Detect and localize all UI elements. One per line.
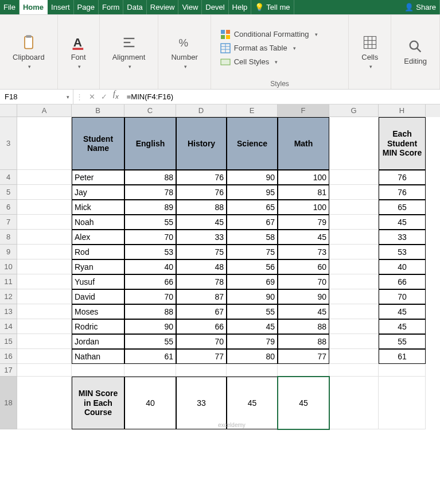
header-math[interactable]: Math <box>278 117 329 170</box>
cell-his-5[interactable]: 76 <box>176 185 227 200</box>
cell-his-13[interactable]: 67 <box>176 304 227 319</box>
cell-A9[interactable] <box>17 245 72 259</box>
name-box[interactable]: F18 <box>0 90 73 104</box>
row-header-4[interactable]: 4 <box>0 170 17 185</box>
cell-math-4[interactable]: 100 <box>278 170 329 185</box>
cell-name-9[interactable]: Rod <box>72 245 124 259</box>
cell-min-14[interactable]: 45 <box>379 319 426 334</box>
cell-G8[interactable] <box>329 230 379 245</box>
cell-eng-16[interactable]: 61 <box>124 349 176 364</box>
format-as-table-button[interactable]: Format as Table▾ <box>218 41 298 55</box>
cell-his-16[interactable]: 77 <box>176 349 227 364</box>
cell-eng-10[interactable]: 40 <box>124 259 176 274</box>
cell-sci-8[interactable]: 58 <box>227 230 278 245</box>
cell-eng-13[interactable]: 88 <box>124 304 176 319</box>
cell-math-14[interactable]: 88 <box>278 319 329 334</box>
cell-name-15[interactable]: Jordan <box>72 334 124 349</box>
select-all-corner[interactable] <box>0 104 17 117</box>
paste-button[interactable]: Clipboard ▾ <box>7 32 50 72</box>
cell-math-11[interactable]: 70 <box>278 274 329 289</box>
header-history[interactable]: History <box>176 117 227 170</box>
col-header-D[interactable]: D <box>176 104 227 117</box>
header-student-name[interactable]: Student Name <box>72 117 124 170</box>
share-button[interactable]: 👤 Share <box>401 0 440 14</box>
col-header-A[interactable]: A <box>17 104 72 117</box>
cell-A10[interactable] <box>17 259 72 274</box>
header-science[interactable]: Science <box>227 117 278 170</box>
row-header-10[interactable]: 10 <box>0 259 17 274</box>
cell-E17[interactable] <box>227 364 278 377</box>
cell-eng-15[interactable]: 55 <box>124 334 176 349</box>
col-header-H[interactable]: H <box>379 104 426 117</box>
cell-A12[interactable] <box>17 289 72 304</box>
cell-name-13[interactable]: Moses <box>72 304 124 319</box>
row-header-5[interactable]: 5 <box>0 185 17 200</box>
cell-math-5[interactable]: 81 <box>278 185 329 200</box>
alignment-button[interactable]: Alignment ▾ <box>107 32 151 72</box>
cell-name-11[interactable]: Yusuf <box>72 274 124 289</box>
min-english[interactable]: 40 <box>124 377 176 429</box>
cell-A13[interactable] <box>17 304 72 319</box>
cell-sci-12[interactable]: 90 <box>227 289 278 304</box>
cell-sci-4[interactable]: 90 <box>227 170 278 185</box>
cell-A8[interactable] <box>17 230 72 245</box>
cell-sci-6[interactable]: 65 <box>227 200 278 215</box>
cell-min-6[interactable]: 65 <box>379 200 426 215</box>
fx-icon[interactable]: fx <box>110 90 122 104</box>
cell-min-13[interactable]: 45 <box>379 304 426 319</box>
cell-math-8[interactable]: 45 <box>278 230 329 245</box>
cell-min-4[interactable]: 76 <box>379 170 426 185</box>
cell-G6[interactable] <box>329 200 379 215</box>
cell-his-14[interactable]: 66 <box>176 319 227 334</box>
cell-his-9[interactable]: 75 <box>176 245 227 259</box>
cell-eng-7[interactable]: 55 <box>124 215 176 230</box>
col-header-C[interactable]: C <box>124 104 176 117</box>
cell-eng-12[interactable]: 70 <box>124 289 176 304</box>
cell-his-11[interactable]: 78 <box>176 274 227 289</box>
cell-G15[interactable] <box>329 334 379 349</box>
cell-A11[interactable] <box>17 274 72 289</box>
cell-A6[interactable] <box>17 200 72 215</box>
row-header-14[interactable]: 14 <box>0 319 17 334</box>
cell-name-16[interactable]: Nathan <box>72 349 124 364</box>
cell-name-12[interactable]: David <box>72 289 124 304</box>
cell-min-5[interactable]: 76 <box>379 185 426 200</box>
cell-G9[interactable] <box>329 245 379 259</box>
row-header-11[interactable]: 11 <box>0 274 17 289</box>
formula-input[interactable]: =MIN(F4:F16) <box>122 90 440 104</box>
cell-his-6[interactable]: 88 <box>176 200 227 215</box>
cell-eng-4[interactable]: 88 <box>124 170 176 185</box>
cell-his-8[interactable]: 33 <box>176 230 227 245</box>
cell-name-14[interactable]: Rodric <box>72 319 124 334</box>
cell-A4[interactable] <box>17 170 72 185</box>
cell-B17[interactable] <box>72 364 124 377</box>
active-cell-F18[interactable]: 45 <box>278 377 329 429</box>
cell-his-12[interactable]: 87 <box>176 289 227 304</box>
cell-min-8[interactable]: 33 <box>379 230 426 245</box>
tab-insert[interactable]: Insert <box>48 0 74 14</box>
cell-math-7[interactable]: 79 <box>278 215 329 230</box>
cell-H18[interactable] <box>379 377 426 429</box>
cell-math-16[interactable]: 77 <box>278 349 329 364</box>
cell-G14[interactable] <box>329 319 379 334</box>
font-button[interactable]: A Font ▾ <box>65 32 92 72</box>
row-header-15[interactable]: 15 <box>0 334 17 349</box>
tell-me[interactable]: 💡 Tell me <box>251 0 294 14</box>
col-header-E[interactable]: E <box>227 104 278 117</box>
conditional-formatting-button[interactable]: Conditional Formatting▾ <box>218 28 320 41</box>
tab-formulas[interactable]: Form <box>99 0 123 14</box>
tab-page[interactable]: Page <box>74 0 99 14</box>
cell-C17[interactable] <box>124 364 176 377</box>
cell-G10[interactable] <box>329 259 379 274</box>
row-header-9[interactable]: 9 <box>0 245 17 259</box>
cell-G17[interactable] <box>329 364 379 377</box>
min-course-label[interactable]: MIN Score in Each Course <box>72 377 124 429</box>
row-header-6[interactable]: 6 <box>0 200 17 215</box>
cell-F17[interactable] <box>278 364 329 377</box>
cell-G11[interactable] <box>329 274 379 289</box>
cell-min-11[interactable]: 66 <box>379 274 426 289</box>
tab-developer[interactable]: Devel <box>202 0 228 14</box>
cell-H17[interactable] <box>379 364 426 377</box>
col-header-G[interactable]: G <box>329 104 379 117</box>
cell-A17[interactable] <box>17 364 72 377</box>
